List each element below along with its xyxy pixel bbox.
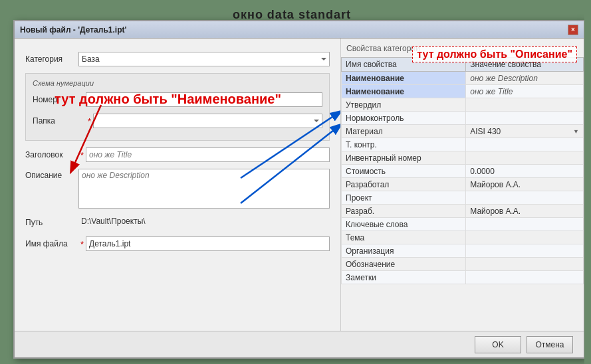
ok-button[interactable]: OK [475,336,521,353]
opisanie-row: Описание [25,169,330,209]
main-dialog: Новый файл - 'Деталь1.ipt' × тут должно … [13,20,584,359]
prop-name-cell: Т. контр. [342,138,466,151]
numbering-title: Схема нумерации [33,79,322,87]
imya-label: Имя файла [25,239,78,248]
prop-value-cell: Майоров А.А. [466,178,584,191]
numbering-section: Схема нумерации Номер Папка * [25,73,330,141]
opisanie-textarea[interactable] [78,169,330,209]
dialog-title: Новый файл - 'Деталь1.ipt' [20,25,126,35]
imya-row: Имя файла * [25,236,330,251]
dialog-titlebar: Новый файл - 'Деталь1.ipt' × [15,21,584,39]
kategoria-row: Категория База [25,52,330,66]
prop-name-cell: Утвердил [342,98,466,112]
prop-value-cell[interactable]: AISI 430 ▼ [466,125,584,138]
put-label: Путь [25,218,78,227]
props-table: Имя свойства Значение свойства Наименова… [341,57,584,284]
prop-name-cell: Ключевые слова [342,218,466,231]
prop-name-cell: Стоимость [342,165,466,178]
prop-name-cell: Разработал [342,178,466,191]
opisanie-label: Описание [25,169,78,180]
prop-value-cell [466,244,584,258]
zagolovok-row: Заголовок * [25,147,330,162]
papka-label: Папка [33,116,86,126]
prop-value-cell: оно же Title [466,85,584,98]
prop-value-cell [466,271,584,284]
kategoria-label: Категория [25,54,78,64]
prop-name-cell: Обозначение [342,258,466,271]
close-button[interactable]: × [568,25,578,35]
prop-name-cell: Наименование [342,85,466,98]
dialog-footer: OK Отмена [15,331,584,357]
kategoria-select[interactable]: База [78,52,330,66]
prop-name-cell: Инвентарный номер [342,151,466,165]
left-panel: тут должно быть "Наименование" Категория… [15,39,340,331]
prop-name-cell: Проект [342,191,466,205]
prop-name-cell: Материал [342,125,466,138]
outer-wrapper: окно data standart Новый файл - 'Деталь1… [7,7,584,364]
annotation-naim: тут должно быть "Наименование" [55,92,281,107]
prop-value-cell [466,98,584,112]
prop-value-cell [466,151,584,165]
papka-select[interactable] [93,114,322,128]
cancel-button[interactable]: Отмена [527,336,573,353]
prop-value-cell: оно же Description [466,72,584,85]
imya-input[interactable] [86,236,330,251]
papka-row: Папка * [33,114,322,128]
prop-value-cell [466,112,584,125]
props-table-scroll[interactable]: Имя свойства Значение свойства Наименова… [341,57,584,331]
prop-name-cell: Нормоконтроль [342,112,466,125]
zagolovok-required: * [80,150,84,160]
prop-name-cell: Организация [342,244,466,258]
prop-name-cell: Тема [342,231,466,244]
prop-value-cell [466,218,584,231]
annotation-opisanie: тут должно быть "Описание" [412,46,577,62]
prop-value-cell [466,258,584,271]
prop-name-cell: Заметки [342,271,466,284]
zagolovok-label: Заголовок [25,150,78,159]
prop-value-cell [466,138,584,151]
prop-value-cell: Майоров А.А. [466,205,584,218]
dialog-body: тут должно быть "Наименование" Категория… [15,39,584,331]
prop-value-cell [466,191,584,205]
put-row: Путь D:\Vault\Проекты\ [25,215,330,230]
put-value: D:\Vault\Проекты\ [78,215,330,230]
prop-value-cell [466,231,584,244]
papka-required: * [88,116,91,126]
right-panel: тут должно быть "Описание" Свойства кате… [340,39,584,331]
imya-required: * [80,239,84,249]
prop-value-cell: 0.0000 [466,165,584,178]
prop-name-cell: Разраб. [342,205,466,218]
prop-name-cell: Наименование [342,72,466,85]
zagolovok-input[interactable] [86,147,330,162]
